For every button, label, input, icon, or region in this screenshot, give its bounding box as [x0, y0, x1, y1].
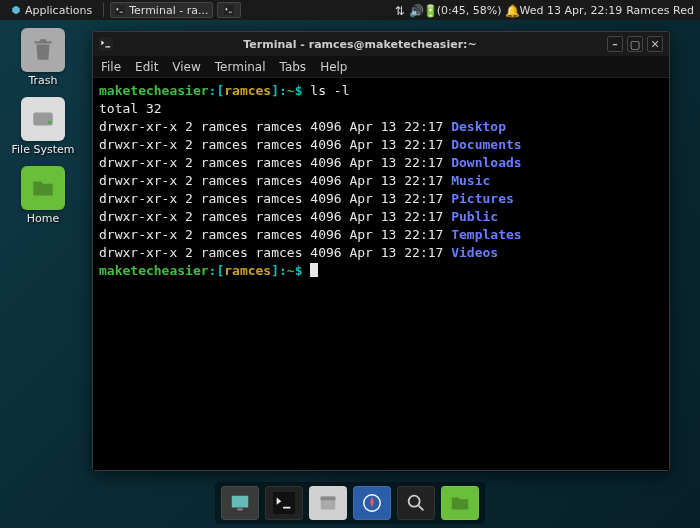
terminal-icon [115, 5, 125, 15]
svg-rect-7 [273, 492, 295, 514]
taskbar-terminal-label: Terminal - ra... [129, 4, 208, 17]
notifications-icon[interactable]: 🔔 [505, 5, 515, 15]
battery-icon[interactable]: 🔋 [423, 5, 433, 15]
taskbar-terminal[interactable]: Terminal - ra... [110, 2, 213, 18]
folder-icon [30, 175, 56, 201]
desktop-home-label: Home [27, 212, 59, 225]
terminal-icon [224, 5, 234, 15]
svg-rect-6 [237, 509, 243, 511]
terminal-icon [273, 492, 295, 514]
dock [215, 482, 485, 524]
menu-terminal[interactable]: Terminal [215, 60, 266, 74]
dock-search[interactable] [397, 486, 435, 520]
menubar: File Edit View Terminal Tabs Help [93, 56, 669, 78]
taskbar-terminal-2[interactable] [217, 2, 241, 18]
drive-icon [30, 106, 56, 132]
maximize-button[interactable]: ▢ [627, 36, 643, 52]
volume-icon[interactable]: 🔊 [409, 5, 419, 15]
menu-help[interactable]: Help [320, 60, 347, 74]
applications-menu[interactable]: Applications [6, 2, 97, 19]
files-icon [317, 492, 339, 514]
dock-browser[interactable] [353, 486, 391, 520]
dock-show-desktop[interactable] [221, 486, 259, 520]
desktop-filesystem[interactable]: File System [8, 97, 78, 156]
dock-home-folder[interactable] [441, 486, 479, 520]
desktop-filesystem-label: File System [12, 143, 75, 156]
desktop-trash[interactable]: Trash [8, 28, 78, 87]
battery-text: (0:45, 58%) [437, 4, 502, 17]
logo-icon [11, 5, 21, 15]
terminal-viewport[interactable]: maketecheasier:[ramces]:~$ ls -l total 3… [93, 78, 669, 470]
folder-icon [449, 492, 471, 514]
compass-icon [361, 492, 383, 514]
window-titlebar[interactable]: Terminal - ramces@maketecheasier:~ – ▢ ✕ [93, 32, 669, 56]
user-menu[interactable]: Ramces Red [626, 4, 694, 17]
desktop-icon [229, 492, 251, 514]
desktop-icons: Trash File System Home [8, 28, 78, 225]
top-panel: Applications Terminal - ra... ⇅ 🔊 🔋 (0:4… [0, 0, 700, 20]
desktop-trash-label: Trash [28, 74, 57, 87]
svg-point-11 [409, 496, 420, 507]
trash-icon [30, 37, 56, 63]
desktop-home[interactable]: Home [8, 166, 78, 225]
menu-view[interactable]: View [172, 60, 200, 74]
menu-edit[interactable]: Edit [135, 60, 158, 74]
panel-separator [103, 3, 104, 17]
window-title: Terminal - ramces@maketecheasier:~ [119, 38, 601, 51]
clock[interactable]: Wed 13 Apr, 22:19 [519, 4, 622, 17]
network-icon[interactable]: ⇅ [395, 5, 405, 15]
terminal-window: Terminal - ramces@maketecheasier:~ – ▢ ✕… [92, 31, 670, 471]
applications-label: Applications [25, 4, 92, 17]
terminal-icon [99, 37, 113, 51]
svg-rect-9 [321, 497, 336, 501]
svg-point-3 [48, 121, 51, 124]
dock-files[interactable] [309, 486, 347, 520]
svg-rect-4 [99, 37, 113, 51]
svg-rect-1 [224, 5, 234, 15]
close-button[interactable]: ✕ [647, 36, 663, 52]
svg-rect-0 [115, 5, 125, 15]
minimize-button[interactable]: – [607, 36, 623, 52]
search-icon [405, 492, 427, 514]
dock-terminal[interactable] [265, 486, 303, 520]
menu-file[interactable]: File [101, 60, 121, 74]
svg-rect-5 [232, 496, 249, 508]
menu-tabs[interactable]: Tabs [280, 60, 307, 74]
